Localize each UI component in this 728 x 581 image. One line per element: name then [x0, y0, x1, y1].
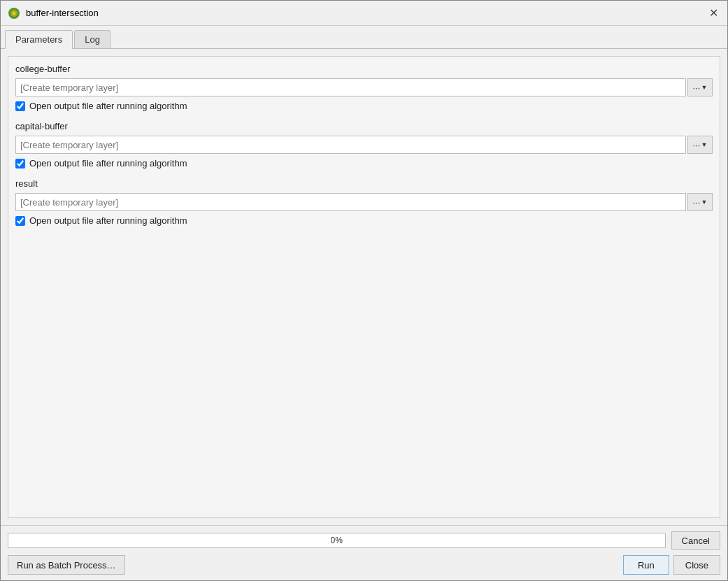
college-buffer-checkbox-row: Open output file after running algorithm	[15, 101, 713, 111]
tab-log[interactable]: Log	[74, 30, 110, 48]
right-buttons: Run Close	[623, 555, 720, 575]
college-buffer-checkbox[interactable]	[15, 101, 25, 111]
college-buffer-browse-button[interactable]: ··· ▼	[687, 78, 713, 96]
run-button[interactable]: Run	[623, 555, 669, 575]
browse-arrow-icon-2: ▼	[701, 141, 707, 148]
tab-parameters[interactable]: Parameters	[5, 30, 73, 49]
close-dialog-button[interactable]: Close	[673, 555, 720, 575]
browse-dots-icon: ···	[693, 83, 701, 93]
college-buffer-label: college-buffer	[15, 64, 713, 74]
capital-buffer-checkbox-row: Open output file after running algorithm	[15, 158, 713, 168]
action-row: Run as Batch Process… Run Close	[8, 555, 720, 575]
progress-row: 0% Cancel	[8, 531, 720, 550]
result-checkbox-label: Open output file after running algorithm	[29, 215, 187, 226]
browse-dots-icon-3: ···	[693, 197, 701, 208]
window-title: buffer-intersection	[26, 8, 701, 18]
result-input[interactable]	[15, 193, 686, 211]
cancel-button[interactable]: Cancel	[671, 531, 720, 550]
svg-point-2	[13, 11, 16, 15]
browse-arrow-icon-3: ▼	[701, 199, 707, 206]
capital-buffer-input[interactable]	[15, 136, 686, 154]
college-buffer-input-row: ··· ▼	[15, 78, 713, 96]
capital-buffer-checkbox-label: Open output file after running algorithm	[29, 158, 187, 168]
tab-bar: Parameters Log	[1, 26, 727, 49]
result-input-row: ··· ▼	[15, 193, 713, 211]
scroll-area: college-buffer ··· ▼ Open output file af…	[8, 56, 720, 518]
bottom-bar: 0% Cancel Run as Batch Process… Run Clos…	[1, 525, 727, 580]
capital-buffer-browse-button[interactable]: ··· ▼	[687, 136, 713, 154]
result-browse-button[interactable]: ··· ▼	[687, 193, 713, 211]
batch-process-button[interactable]: Run as Batch Process…	[8, 555, 125, 575]
content-area: college-buffer ··· ▼ Open output file af…	[1, 49, 727, 525]
capital-buffer-input-row: ··· ▼	[15, 136, 713, 154]
result-checkbox[interactable]	[15, 216, 25, 226]
browse-dots-icon-2: ···	[693, 140, 701, 150]
app-icon	[8, 7, 20, 20]
title-bar: buffer-intersection ✕	[1, 1, 727, 26]
progress-text: 0%	[331, 536, 343, 545]
progress-bar-container: 0%	[8, 533, 666, 548]
college-buffer-input[interactable]	[15, 78, 686, 96]
college-buffer-checkbox-label: Open output file after running algorithm	[29, 101, 187, 111]
window-close-button[interactable]: ✕	[706, 6, 720, 20]
result-label: result	[15, 178, 713, 189]
result-checkbox-row: Open output file after running algorithm	[15, 215, 713, 226]
main-window: buffer-intersection ✕ Parameters Log col…	[0, 0, 728, 581]
capital-buffer-checkbox[interactable]	[15, 159, 25, 168]
capital-buffer-label: capital-buffer	[15, 121, 713, 131]
browse-arrow-icon: ▼	[701, 84, 707, 91]
